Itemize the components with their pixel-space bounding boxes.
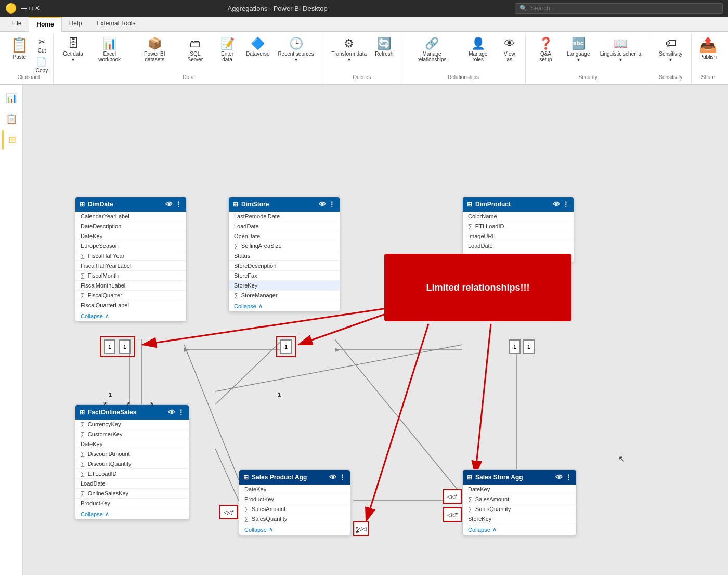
qa-setup-button[interactable]: ❓ Q&A setup xyxy=(531,36,561,64)
field-name: StoreFax xyxy=(234,272,257,279)
card-dimproduct-1b: 1 xyxy=(523,339,535,354)
get-data-button[interactable]: 🗄 Get data ▾ xyxy=(59,36,87,64)
highlight-dimstore xyxy=(276,336,296,357)
svg-marker-11 xyxy=(335,348,340,352)
publish-label: Publish xyxy=(699,54,717,60)
cut-label: Cut xyxy=(38,48,46,54)
dimstore-collapse[interactable]: Collapse ∧ xyxy=(234,303,334,309)
dataverse-button[interactable]: 🔷 Dataverse xyxy=(244,36,272,59)
more-icon[interactable]: ⋮ xyxy=(328,200,335,208)
tab-file[interactable]: File xyxy=(4,17,29,31)
fact-collapse[interactable]: Collapse ∧ xyxy=(81,511,184,517)
field-salesamount: ∑SalesAmount xyxy=(239,504,350,514)
qa-label: Q&A setup xyxy=(534,51,557,62)
nav-data[interactable]: 📋 xyxy=(2,110,21,128)
paste-button[interactable]: 📋 Paste xyxy=(7,36,32,62)
more-icon[interactable]: ⋮ xyxy=(562,200,569,208)
eye-icon[interactable]: 👁 xyxy=(165,200,173,208)
search-icon: 🔍 xyxy=(519,5,527,12)
datasets-icon: 📦 xyxy=(148,38,162,49)
svg-line-2 xyxy=(215,339,283,404)
field-storemanager: ∑StoreManager xyxy=(229,291,340,300)
tab-help[interactable]: Help xyxy=(62,17,89,31)
publish-icon: 📤 xyxy=(699,38,717,53)
nav-model[interactable]: ⊞ xyxy=(2,130,21,149)
more-icon[interactable]: ⋮ xyxy=(177,408,185,416)
enter-data-button[interactable]: 📝 Enter data xyxy=(213,36,242,64)
search-box[interactable]: 🔍 xyxy=(515,3,723,14)
agg2-collapse[interactable]: Collapse ∧ xyxy=(468,526,571,533)
dimdate-collapse[interactable]: Collapse ∧ xyxy=(81,312,181,319)
eye-icon[interactable]: 👁 xyxy=(555,473,563,481)
svg-line-17 xyxy=(366,324,428,521)
field-name: DateKey xyxy=(244,486,266,492)
field-sellingareasize: ∑SellingAreaSize xyxy=(229,241,340,251)
ribbon-group-security: ❓ Q&A setup 🔤 Language ▾ 📖 Linguistic sc… xyxy=(527,34,649,84)
recent-sources-button[interactable]: 🕒 Recent sources ▾ xyxy=(274,36,318,64)
datasets-button[interactable]: 📦 Power BI datasets xyxy=(132,36,177,64)
field-customerkey: ∑CustomerKey xyxy=(75,429,189,439)
publish-button[interactable]: 📤 Publish xyxy=(696,36,720,62)
field-name: Status xyxy=(234,253,250,259)
ribbon-content: 📋 Paste ✂ Cut 📄 Copy Clipboard xyxy=(0,32,728,84)
field-loaddate: LoadDate xyxy=(463,241,574,251)
field-fiscalhalfyear: ∑FiscalHalfYear xyxy=(75,251,186,261)
eye-icon[interactable]: 👁 xyxy=(553,200,560,208)
roles-label: Manage roles xyxy=(463,51,493,62)
more-icon[interactable]: ⋮ xyxy=(565,473,572,481)
sum-icon: ∑ xyxy=(81,471,85,477)
table-icon: ⊞ xyxy=(467,201,472,208)
copy-button[interactable]: 📄 Copy xyxy=(34,56,50,74)
one-label-1: 1 xyxy=(109,391,112,398)
sensitivity-icon: 🏷 xyxy=(665,38,677,49)
field-name: FiscalHalfYear xyxy=(88,253,125,259)
recent-icon: 🕒 xyxy=(289,38,303,49)
cut-button[interactable]: ✂ Cut xyxy=(34,36,50,55)
field-loaddate: LoadDate xyxy=(229,221,340,231)
collapse-label: Collapse xyxy=(244,527,267,533)
more-icon[interactable]: ⋮ xyxy=(339,473,346,481)
sum-icon: ∑ xyxy=(81,272,85,279)
field-europeseason: EuropeSeason xyxy=(75,241,186,251)
refresh-icon: 🔄 xyxy=(377,38,391,49)
eye-icon[interactable]: 👁 xyxy=(319,200,326,208)
sensitivity-label: Sensitivity ▾ xyxy=(658,51,683,62)
field-name: SalesAmount xyxy=(475,496,509,502)
linguistic-button[interactable]: 📖 Linguistic schema ▾ xyxy=(596,36,645,64)
nav-report[interactable]: 📊 xyxy=(2,89,21,108)
field-name: ProductKey xyxy=(244,496,274,502)
more-icon[interactable]: ⋮ xyxy=(175,200,182,208)
salesproductagg-footer: Collapse ∧ xyxy=(239,524,350,535)
refresh-button[interactable]: 🔄 Refresh xyxy=(372,36,396,59)
field-name: DateKey xyxy=(81,233,102,239)
manage-roles-button[interactable]: 👤 Manage roles xyxy=(460,36,496,64)
search-input[interactable] xyxy=(530,5,718,12)
eye-icon[interactable]: 👁 xyxy=(329,473,336,481)
sum-icon: ∑ xyxy=(81,431,85,437)
manage-relationships-button[interactable]: 🔗 Manage relationships xyxy=(406,36,458,64)
collapse-label: Collapse xyxy=(81,313,103,319)
agg1-collapse[interactable]: Collapse ∧ xyxy=(244,526,345,533)
title-bar-left: 🟡 — □ ✕ xyxy=(5,3,40,14)
language-icon: 🔤 xyxy=(571,38,586,49)
copy-label: Copy xyxy=(36,68,48,73)
view-as-button[interactable]: 👁 View as xyxy=(498,36,522,64)
field-name: LoadDate xyxy=(234,223,259,229)
sum-icon: ∑ xyxy=(234,243,238,249)
eye-icon[interactable]: 👁 xyxy=(168,408,175,416)
language-button[interactable]: 🔤 Language ▾ xyxy=(563,36,594,64)
transform-button[interactable]: ⚙ Transform data ▾ xyxy=(328,36,370,64)
field-name: OnlineSalesKey xyxy=(88,490,128,496)
collapse-label: Collapse xyxy=(234,303,256,309)
tab-external-tools[interactable]: External Tools xyxy=(89,17,142,31)
agg2-header-left: ⊞ Sales Store Agg xyxy=(467,474,523,481)
sql-button[interactable]: 🗃 SQL Server xyxy=(179,36,211,64)
recent-label: Recent sources ▾ xyxy=(277,51,315,62)
sql-label: SQL Server xyxy=(183,51,207,62)
ribbon-group-queries: ⚙ Transform data ▾ 🔄 Refresh Queries xyxy=(323,34,400,84)
sensitivity-button[interactable]: 🏷 Sensitivity ▾ xyxy=(655,36,686,64)
field-name: CurrencyKey xyxy=(88,421,121,427)
view-as-label: View as xyxy=(501,51,518,62)
tab-home[interactable]: Home xyxy=(29,17,61,32)
excel-button[interactable]: 📊 Excel workbook xyxy=(89,36,129,64)
